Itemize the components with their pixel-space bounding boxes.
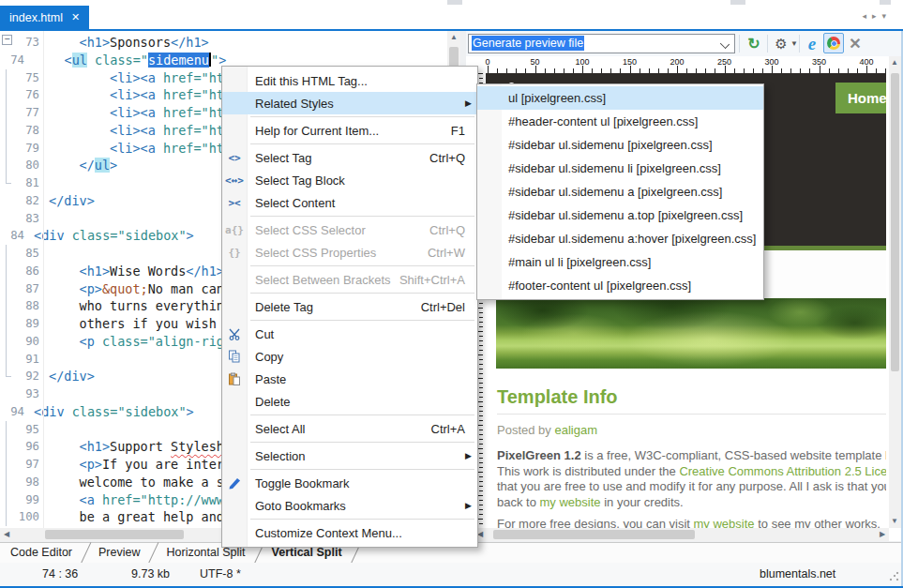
menu-item-label: Select Tag Block	[247, 173, 345, 188]
menu-shortcut: Ctrl+A	[431, 422, 477, 436]
settings-dropdown-icon[interactable]: ▼	[790, 31, 799, 56]
brand-link[interactable]: blumentals.net	[760, 567, 835, 580]
pane-top-nub	[730, 0, 745, 5]
site-link[interactable]: Creative Commons Attribution 2.5 License…	[679, 464, 886, 478]
refresh-icon[interactable]: ↻	[743, 31, 765, 56]
menu-separator	[250, 143, 474, 144]
fold-gutter	[0, 438, 15, 456]
site-link[interactable]: my website	[694, 517, 755, 528]
settings-gear-icon[interactable]: ⚙	[772, 31, 790, 56]
menu-item-help-for-current-item[interactable]: Help for Current Item...F1	[222, 119, 477, 142]
file-size: 9.73 kb	[131, 567, 170, 580]
menu-item-label: Select All	[247, 422, 305, 436]
site-heading-rule	[497, 414, 886, 415]
menu-item-delete[interactable]: Delete	[222, 390, 477, 413]
menu-item-copy[interactable]: Copy	[222, 345, 477, 368]
menu-item-select-tag[interactable]: <>Select TagCtrl+Q	[222, 146, 477, 169]
scroll-left-icon[interactable]: ◀	[0, 528, 13, 541]
ie-browser-icon[interactable]: e	[802, 31, 822, 56]
pane-top-nub	[447, 0, 462, 5]
scrollbar-thumb[interactable]	[45, 530, 184, 539]
chevron-down-icon[interactable]	[720, 39, 730, 49]
toolbar-separator	[767, 35, 768, 53]
menu-item-label: Select CSS Selector	[247, 223, 366, 237]
related-style-sidebar-ul-sidemenu-a-top-pixelgreen-css[interactable]: #sidebar ul.sidemenu a.top [pixelgreen.c…	[477, 204, 763, 227]
line-number: 84	[0, 227, 24, 245]
menu-item-label: Select Tag	[247, 151, 311, 165]
line-number: 91	[15, 351, 39, 369]
menu-separator	[250, 442, 474, 443]
menu-item-label: Delete	[247, 395, 291, 409]
toolbar-separator	[739, 35, 740, 53]
related-style-ul-pixelgreen-css[interactable]: ul [pixelgreen.css]	[477, 86, 763, 110]
related-style-footer-content-ul-pixelgreen-css[interactable]: #footer-content ul [pixelgreen.css]	[477, 274, 763, 297]
line-number: 75	[15, 69, 39, 87]
line-number: 98	[15, 474, 39, 491]
line-number: 82	[15, 192, 39, 210]
menu-item-paste[interactable]: Paste	[222, 368, 477, 390]
css-properties-icon: {}	[222, 248, 247, 258]
fold-marker-icon[interactable]	[2, 35, 12, 45]
menu-item-related-styles[interactable]: Related Styles▶	[222, 92, 477, 114]
menu-separator	[250, 216, 474, 217]
related-style-main-ul-li-pixelgreen-css[interactable]: #main ul li [pixelgreen.css]	[477, 250, 763, 274]
scrollbar-thumb[interactable]	[891, 73, 899, 371]
line-number: 85	[15, 245, 39, 263]
line-number: 74	[0, 52, 24, 69]
scroll-up-icon[interactable]: ▲	[888, 56, 901, 69]
scrollbar-thumb[interactable]	[493, 530, 695, 539]
site-link[interactable]: my website	[540, 495, 601, 509]
related-style-sidebar-ul-sidemenu-a-hover-pixelgreen-css[interactable]: #sidebar ul.sidemenu a:hover [pixelgreen…	[477, 227, 763, 250]
line-number: 99	[15, 491, 39, 509]
chrome-browser-icon[interactable]	[823, 33, 844, 53]
menu-separator	[250, 265, 474, 266]
site-section-heading: Template Info	[497, 386, 886, 408]
menu-item-select-css-selector: a{}Select CSS SelectorCtrl+Q	[222, 219, 477, 241]
tab-index-html[interactable]: index.html ✕	[0, 6, 89, 29]
scroll-right-icon[interactable]: ▶	[876, 528, 889, 541]
paste-icon	[222, 372, 247, 386]
menu-item-customize-context-menu[interactable]: Customize Context Menu...	[222, 521, 477, 544]
view-tab-code-editor[interactable]: Code Editor	[0, 543, 88, 564]
fold-gutter	[0, 245, 15, 263]
bookmark-icon	[222, 476, 247, 490]
related-style-sidebar-ul-sidemenu-pixelgreen-css[interactable]: #sidebar ul.sidemenu [pixelgreen.css]	[477, 133, 763, 157]
site-nav-home[interactable]: Home	[835, 83, 886, 113]
scroll-up-icon[interactable]: ▲	[447, 31, 460, 44]
site-posted-line: Posted by ealigam	[497, 423, 886, 437]
menu-item-delete-tag[interactable]: Delete TagCtrl+Del	[222, 295, 477, 318]
tab-scroll-controls[interactable]: ◂▸▾	[862, 11, 892, 21]
fold-gutter	[0, 315, 15, 333]
menu-item-select-tag-block[interactable]: <↔>Select Tag Block	[222, 169, 477, 191]
preview-horizontal-scrollbar[interactable]: ◀ ▶	[474, 528, 889, 541]
menu-item-goto-bookmarks[interactable]: Goto Bookmarks▶	[222, 494, 477, 517]
fold-gutter	[0, 86, 15, 104]
caret-position: 74 : 36	[42, 567, 78, 580]
related-style-sidebar-ul-sidemenu-li-pixelgreen-css[interactable]: #sidebar ul.sidemenu li [pixelgreen.css]	[477, 157, 763, 180]
preview-source-combobox[interactable]: Generate preview file	[468, 34, 735, 53]
menu-item-label: Selection	[247, 449, 305, 463]
related-style-sidebar-ul-sidemenu-a-pixelgreen-css[interactable]: #sidebar ul.sidemenu a [pixelgreen.css]	[477, 180, 763, 204]
ruler-label: 100	[575, 57, 589, 67]
menu-item-cut[interactable]: Cut	[222, 323, 477, 345]
related-style-header-content-ul-pixelgreen-css[interactable]: #header-content ul [pixelgreen.css]	[477, 110, 763, 133]
site-link[interactable]: ealigam	[554, 423, 597, 437]
menu-item-label: Delete Tag	[247, 300, 313, 314]
fold-gutter	[0, 69, 15, 87]
menu-item-toggle-bookmark[interactable]: Toggle Bookmark	[222, 472, 477, 494]
tab-close-icon[interactable]: ✕	[71, 12, 80, 23]
menu-item-select-all[interactable]: Select AllCtrl+A	[222, 417, 477, 440]
close-preview-icon[interactable]: ✕	[846, 31, 865, 56]
ruler-label: 250	[717, 57, 731, 67]
view-tab-preview[interactable]: Preview	[88, 543, 156, 564]
resize-grip-icon[interactable]	[889, 571, 899, 581]
fold-gutter	[0, 210, 15, 228]
scroll-down-icon[interactable]: ▼	[888, 515, 901, 528]
line-number: 77	[15, 104, 39, 122]
code-line-73[interactable]: 73 <h1>Sponsors</h1>	[0, 34, 447, 52]
menu-item-edit-this-html-tag[interactable]: Edit this HTML Tag...	[222, 69, 477, 92]
submenu-arrow-icon: ▶	[465, 501, 472, 510]
menu-item-select-content[interactable]: ><Select Content	[222, 191, 477, 214]
menu-item-selection[interactable]: Selection▶	[222, 445, 477, 467]
preview-vertical-scrollbar[interactable]: ▲ ▼	[889, 56, 901, 528]
